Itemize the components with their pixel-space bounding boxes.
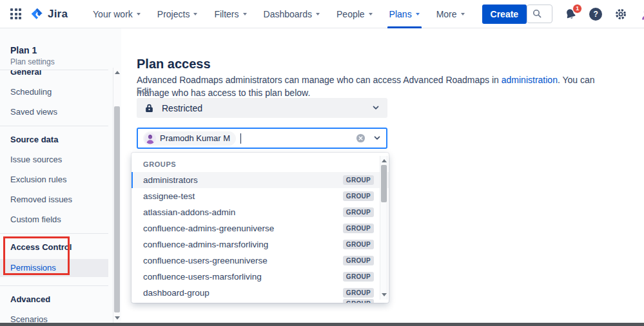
group-badge: GROUP — [343, 191, 374, 201]
sidebar-item-saved-views[interactable]: Saved views — [10, 107, 111, 117]
group-option-confluence-users-greenuniverse[interactable]: confluence-users-greenuniverseGROUP — [132, 253, 389, 269]
lock-icon — [144, 103, 154, 113]
chevron-down-icon — [316, 13, 320, 15]
nav-item-label: Projects — [157, 9, 190, 19]
help-icon: ? — [593, 10, 598, 19]
top-nav: Jira Your workProjectsFiltersDashboardsP… — [0, 0, 644, 28]
access-level-value: Restricted — [162, 103, 202, 113]
sidebar-scrollbar[interactable] — [113, 68, 121, 323]
chevron-down-icon — [369, 13, 373, 15]
scroll-up-icon[interactable] — [115, 71, 120, 74]
user-avatar — [144, 133, 156, 144]
group-badge: GROUP — [343, 175, 374, 185]
administration-link[interactable]: administration — [502, 75, 558, 85]
scroll-down-icon[interactable] — [115, 316, 120, 320]
group-option-confluence-users-marsforliving[interactable]: confluence-users-marsforlivingGROUP — [132, 269, 389, 285]
scrollbar-thumb[interactable] — [381, 165, 387, 202]
clear-selection-button[interactable] — [356, 133, 366, 143]
sidebar-divider — [0, 233, 108, 234]
group-badge: GROUP — [343, 256, 374, 265]
chevron-down-icon[interactable] — [373, 133, 381, 144]
nav-item-label: Dashboards — [264, 9, 313, 19]
group-option-label: dashboard-group — [143, 288, 343, 298]
group-badge: GROUP — [343, 224, 374, 233]
sidebar-item-permissions[interactable]: Permissions — [0, 259, 108, 277]
nav-item-more[interactable]: More — [428, 0, 473, 28]
window-bottom-edge — [0, 323, 644, 326]
nav-icon-cluster: 1 ? — [564, 7, 644, 21]
group-option-confluence-admins-marsforliving[interactable]: confluence-admins-marsforlivingGROUP — [132, 236, 389, 253]
chevron-down-icon — [461, 13, 465, 15]
page-description: Advanced Roadmaps administrators can man… — [137, 73, 629, 99]
sidebar-section-source-data: Source dataIssue sourcesExclusion rulesR… — [0, 126, 121, 233]
search-box — [527, 5, 552, 23]
groups-dropdown-panel: GROUPS administratorsGROUPassignee-testG… — [132, 153, 389, 303]
edit-label: Edit — [137, 86, 151, 95]
create-button[interactable]: Create — [482, 5, 527, 24]
nav-item-filters[interactable]: Filters — [206, 0, 255, 28]
sidebar-item-scheduling[interactable]: Scheduling — [10, 87, 111, 97]
group-badge: GROUP — [343, 240, 374, 249]
nav-item-projects[interactable]: Projects — [149, 0, 206, 28]
group-option-administrators[interactable]: administratorsGROUP — [132, 172, 389, 188]
app-switcher-icon[interactable] — [10, 8, 21, 19]
text-cursor — [240, 133, 241, 144]
notification-badge: 1 — [572, 4, 582, 14]
sidebar-item-custom-fields[interactable]: Custom fields — [10, 215, 111, 225]
plan-access-content: Plan access Advanced Roadmaps administra… — [121, 28, 644, 326]
group-option-atlassian-addons-admin[interactable]: atlassian-addons-adminGROUP — [132, 204, 389, 220]
jira-logo[interactable]: Jira — [30, 7, 68, 21]
page-title: Plan access — [137, 57, 211, 71]
sidebar-item-removed-issues[interactable]: Removed issues — [10, 195, 111, 205]
nav-item-your-work[interactable]: Your work — [84, 0, 149, 28]
nav-item-people[interactable]: People — [328, 0, 381, 28]
nav-item-label: Your work — [93, 9, 133, 19]
settings-button[interactable] — [614, 8, 627, 21]
group-badge: GROUP — [343, 207, 374, 217]
sidebar-item-issue-sources[interactable]: Issue sources — [10, 155, 111, 165]
group-option-label: atlassian-addons-admin — [143, 207, 343, 217]
chevron-down-icon — [372, 102, 380, 114]
scroll-down-icon[interactable] — [382, 293, 387, 296]
sidebar-section-access-control: Access ControlPermissions — [0, 233, 121, 285]
chevron-down-icon — [193, 13, 197, 15]
nav-item-label: Plans — [389, 9, 412, 19]
scroll-up-icon[interactable] — [382, 159, 387, 162]
jira-logo-text: Jira — [48, 8, 68, 21]
chevron-down-icon — [416, 13, 420, 15]
selected-user-chip[interactable]: Pramodh Kumar M — [143, 131, 236, 146]
nav-item-label: More — [436, 9, 457, 19]
scrollbar-thumb[interactable] — [114, 106, 120, 312]
chevron-down-icon — [137, 13, 141, 15]
nav-item-dashboards[interactable]: Dashboards — [255, 0, 329, 28]
user-multiselect-input[interactable]: Pramodh Kumar M — [137, 128, 387, 149]
sidebar-item-exclusion-rules[interactable]: Exclusion rules — [10, 175, 111, 185]
nav-item-label: People — [337, 9, 365, 19]
group-option-label: confluence-users-greenuniverse — [143, 256, 343, 265]
chevron-down-icon — [243, 13, 247, 15]
group-option-label: confluence-admins-greenuniverse — [143, 224, 343, 233]
profile-button[interactable] — [639, 7, 644, 21]
help-button[interactable]: ? — [589, 8, 602, 21]
access-level-select[interactable]: Restricted — [137, 98, 387, 118]
sidebar-section-heading: Source data — [10, 135, 111, 145]
plan-title: Plan 1 — [10, 45, 111, 55]
nav-menu: Your workProjectsFiltersDashboardsPeople… — [84, 0, 473, 28]
group-option-assignee-test[interactable]: assignee-testGROUP — [132, 188, 389, 204]
sidebar-divider — [0, 126, 108, 126]
nav-item-plans[interactable]: Plans — [381, 0, 428, 28]
group-badge: GROUP — [343, 272, 374, 282]
group-option-label: administrators — [143, 175, 343, 185]
sidebar-plan-header: Plan 1 Plan settings — [0, 28, 121, 66]
description-text-before: Advanced Roadmaps administrators can man… — [137, 75, 502, 85]
sidebar-section-heading: General — [10, 70, 111, 77]
nav-item-label: Filters — [214, 9, 239, 19]
dropdown-scrollbar[interactable] — [380, 156, 387, 300]
notifications-button[interactable]: 1 — [564, 8, 577, 21]
sidebar-sections: GeneralSchedulingSaved viewsSource dataI… — [0, 70, 121, 325]
sidebar-section-advanced: AdvancedScenarios — [0, 285, 121, 325]
group-badge: GROUP — [343, 288, 374, 298]
group-option-list: administratorsGROUPassignee-testGROUPatl… — [132, 172, 389, 301]
sidebar-section-general: GeneralSchedulingSaved views — [0, 70, 121, 126]
group-option-confluence-admins-greenuniverse[interactable]: confluence-admins-greenuniverseGROUP — [132, 220, 389, 236]
